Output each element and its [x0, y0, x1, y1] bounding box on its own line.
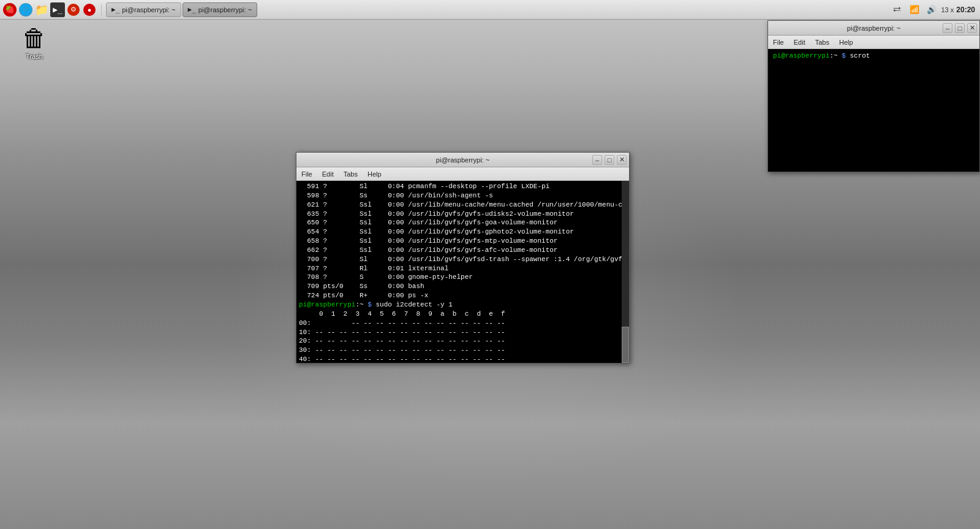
terminal-main-restore[interactable]: □ [605, 155, 614, 165]
terminal-small-window: pi@raspberrypi: ~ – □ ✕ File Edit Tabs H… [767, 20, 980, 172]
volume-icon[interactable]: 🔊 [924, 2, 939, 17]
battery-indicator: 13 x [941, 6, 954, 13]
terminal-small-menubar: File Edit Tabs Help [768, 36, 979, 49]
taskbar-windows: ▶_ pi@raspberrypi: ~ ▶_ pi@raspberrypi: … [104, 2, 885, 17]
taskbar-system-tray: ⮂ 📶 🔊 13 x 20:20 [885, 2, 981, 17]
terminal-main-scrollbar-thumb[interactable] [622, 327, 629, 363]
terminal-small-menu-edit[interactable]: Edit [791, 37, 808, 47]
terminal-main-menu-file[interactable]: File [299, 169, 315, 179]
terminal-small-menu-file[interactable]: File [771, 37, 786, 47]
trash-icon[interactable]: 🗑 Trash [10, 23, 59, 63]
taskbar-separator-1 [101, 4, 102, 16]
web-browser-button[interactable]: 🌐 [18, 2, 33, 17]
app-icon-2[interactable]: ● [82, 2, 97, 17]
trash-label: Trash [26, 53, 43, 60]
terminal-main-window: pi@raspberrypi: ~ – □ ✕ File Edit Tabs H… [296, 152, 630, 363]
taskbar-window-2[interactable]: ▶_ pi@raspberrypi: ~ [183, 2, 258, 17]
bluetooth-icon[interactable]: ⮂ [890, 2, 905, 17]
terminal-small-content[interactable]: pi@raspberrypi:~ $ scrot [768, 49, 979, 172]
terminal-main-menu-tabs[interactable]: Tabs [341, 169, 360, 179]
terminal-main-scrollbar[interactable] [622, 181, 629, 363]
terminal-small-restore[interactable]: □ [955, 23, 965, 33]
desktop: 🍓 🌐 📁 ▶_ ⚙ ● [0, 0, 980, 529]
terminal-main-title: pi@raspberrypi: ~ [300, 156, 625, 164]
terminal-small-menu-tabs[interactable]: Tabs [813, 37, 832, 47]
terminal-main-menu-help[interactable]: Help [365, 169, 384, 179]
wifi-icon[interactable]: 📶 [907, 2, 922, 17]
terminal-small-menu-help[interactable]: Help [837, 37, 856, 47]
app-icon-1[interactable]: ⚙ [66, 2, 81, 17]
clock: 20:20 [956, 6, 975, 14]
terminal-small-controls: – □ ✕ [943, 23, 977, 33]
file-manager-button[interactable]: 📁 [34, 2, 49, 17]
terminal-main-close[interactable]: ✕ [617, 155, 627, 165]
terminal-main-titlebar: pi@raspberrypi: ~ – □ ✕ [296, 153, 629, 167]
terminal-main-controls: – □ ✕ [592, 155, 627, 165]
terminal-main-menubar: File Edit Tabs Help [296, 167, 629, 181]
terminal-main-output: 591 ? Sl 0:04 pcmanfm --desktop --profil… [296, 181, 629, 363]
terminal-main-minimize[interactable]: – [592, 155, 602, 165]
terminal-small-minimize[interactable]: – [943, 23, 952, 33]
terminal-small-output: pi@raspberrypi:~ $ scrot [771, 50, 977, 62]
taskbar: 🍓 🌐 📁 ▶_ ⚙ ● [0, 0, 980, 20]
trash-icon-image: 🗑 [22, 26, 47, 50]
terminal-main-menu-edit[interactable]: Edit [320, 169, 336, 179]
raspberry-pi-menu-button[interactable]: 🍓 [2, 2, 17, 17]
terminal-launch-button[interactable]: ▶_ [50, 2, 65, 17]
taskbar-app-icons: 🍓 🌐 📁 ▶_ ⚙ ● [0, 2, 99, 17]
terminal-main-content[interactable]: 591 ? Sl 0:04 pcmanfm --desktop --profil… [296, 181, 629, 363]
terminal-small-titlebar: pi@raspberrypi: ~ – □ ✕ [768, 21, 979, 36]
taskbar-window-1[interactable]: ▶_ pi@raspberrypi: ~ [106, 2, 181, 17]
terminal-small-close[interactable]: ✕ [967, 23, 977, 33]
